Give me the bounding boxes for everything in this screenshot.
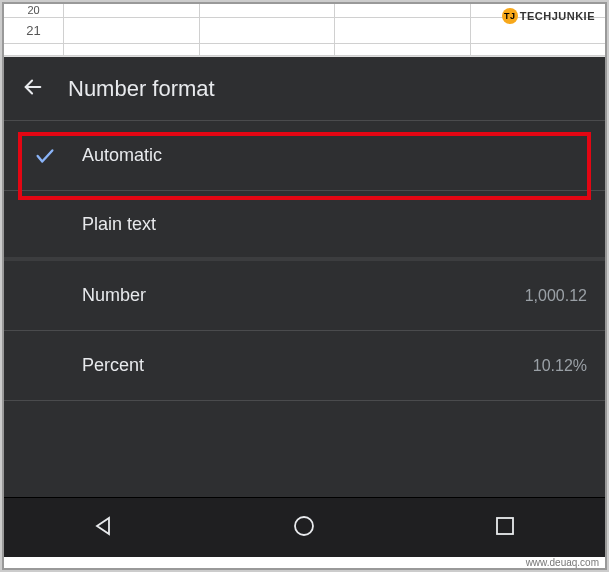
cell[interactable] [471, 44, 606, 55]
cell[interactable] [200, 44, 336, 55]
row-number[interactable]: 20 [4, 4, 64, 17]
option-label: Percent [82, 355, 507, 376]
format-option-plain-text[interactable]: Plain text [4, 191, 605, 261]
number-format-panel: Number format Automatic Plain text Numbe… [4, 57, 605, 497]
svg-rect-3 [497, 518, 513, 534]
format-option-percent[interactable]: Percent 10.12% [4, 331, 605, 401]
check-icon [34, 145, 56, 167]
nav-back-icon[interactable] [92, 514, 116, 542]
row-number[interactable] [4, 44, 64, 55]
option-label: Plain text [82, 214, 587, 235]
nav-recent-icon[interactable] [493, 514, 517, 542]
option-sample: 1,000.12 [525, 287, 587, 305]
back-arrow-icon[interactable] [22, 76, 44, 102]
format-option-automatic[interactable]: Automatic [4, 121, 605, 191]
techjunkie-badge: TJ [502, 8, 518, 24]
row-number[interactable]: 21 [4, 18, 64, 43]
format-option-list: Automatic Plain text Number 1,000.12 Per… [4, 121, 605, 497]
panel-header: Number format [4, 57, 605, 121]
cell[interactable] [335, 18, 471, 43]
source-url-watermark: www.deuaq.com [524, 557, 601, 568]
nav-home-icon[interactable] [292, 514, 316, 542]
cell[interactable] [64, 18, 200, 43]
cell[interactable] [200, 4, 336, 17]
android-navbar [4, 497, 605, 557]
cell[interactable] [64, 44, 200, 55]
option-sample: 10.12% [533, 357, 587, 375]
cell[interactable] [335, 44, 471, 55]
option-label: Number [82, 285, 499, 306]
techjunkie-text: TECHJUNKIE [520, 10, 595, 22]
option-label: Automatic [82, 145, 587, 166]
svg-marker-1 [97, 518, 109, 534]
format-option-number[interactable]: Number 1,000.12 [4, 261, 605, 331]
svg-point-2 [295, 517, 313, 535]
cell[interactable] [335, 4, 471, 17]
sheet-row[interactable] [4, 44, 605, 56]
panel-title: Number format [68, 76, 215, 102]
watermark-logo: TJ TECHJUNKIE [502, 8, 595, 24]
cell[interactable] [200, 18, 336, 43]
cell[interactable] [64, 4, 200, 17]
